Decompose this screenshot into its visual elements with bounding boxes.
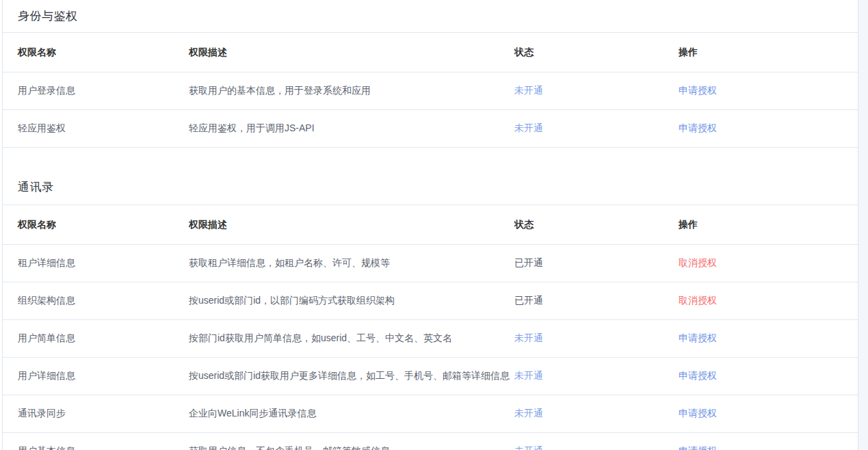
permission-desc-cell: 按userid或部门id，以部门编码方式获取组织架构 (189, 295, 514, 307)
scrollbar-track[interactable] (858, 0, 868, 450)
status-text: 未开通 (514, 408, 543, 419)
table-row: 组织架构信息 按userid或部门id，以部门编码方式获取组织架构 已开通 取消… (3, 282, 858, 320)
column-header-operation: 操作 (679, 219, 858, 231)
permission-section: 通讯录 权限名称 权限描述 状态 操作 租户详细信息 获取租户详细信息，如租户名… (3, 148, 858, 450)
permission-desc-cell: 按userid或部门id获取用户更多详细信息，如工号、手机号、邮箱等详细信息 (189, 370, 514, 382)
table-row: 通讯录同步 企业向WeLink同步通讯录信息 未开通 申请授权 (3, 395, 858, 433)
apply-auth-link[interactable]: 申请授权 (679, 445, 717, 450)
apply-auth-link[interactable]: 申请授权 (679, 122, 717, 133)
table-row: 用户简单信息 按部门id获取用户简单信息，如userid、工号、中文名、英文名 … (3, 320, 858, 358)
permissions-panel: 身份与鉴权 权限名称 权限描述 状态 操作 用户登录信息 获取用户的基本信息，用… (2, 0, 858, 450)
permission-desc-cell: 企业向WeLink同步通讯录信息 (189, 408, 514, 420)
permission-desc-cell: 获取用户信息，不包含手机号、邮箱等敏感信息 (189, 445, 514, 450)
status-text: 已开通 (514, 295, 543, 306)
status-text: 已开通 (514, 257, 543, 268)
status-text: 未开通 (514, 332, 543, 343)
status-text: 未开通 (514, 370, 543, 381)
table-row: 用户基本信息 获取用户信息，不包含手机号、邮箱等敏感信息 未开通 申请授权 (3, 433, 858, 450)
section-title-row: 通讯录 (3, 148, 858, 205)
column-header-status: 状态 (514, 219, 679, 231)
permission-name-cell: 用户详细信息 (3, 370, 189, 382)
permission-name-cell: 组织架构信息 (3, 295, 189, 307)
section-rows: 用户登录信息 获取用户的基本信息，用于登录系统和应用 未开通 申请授权 轻应用鉴… (3, 72, 858, 148)
table-header-row: 权限名称 权限描述 状态 操作 (3, 33, 858, 72)
status-text: 未开通 (514, 445, 543, 450)
permission-name-cell: 用户基本信息 (3, 445, 189, 450)
section-title: 通讯录 (18, 179, 54, 195)
table-row: 用户详细信息 按userid或部门id获取用户更多详细信息，如工号、手机号、邮箱… (3, 358, 858, 395)
apply-auth-link[interactable]: 申请授权 (679, 370, 717, 381)
permission-desc-cell: 轻应用鉴权，用于调用JS-API (189, 122, 514, 135)
column-header-status: 状态 (514, 47, 679, 59)
column-header-permission-description: 权限描述 (189, 219, 514, 231)
apply-auth-link[interactable]: 申请授权 (679, 332, 717, 343)
section-rows: 租户详细信息 获取租户详细信息，如租户名称、许可、规模等 已开通 取消授权 组织… (3, 245, 858, 450)
column-header-operation: 操作 (679, 47, 858, 59)
permissions-page: 身份与鉴权 权限名称 权限描述 状态 操作 用户登录信息 获取用户的基本信息，用… (0, 0, 868, 450)
permission-name-cell: 用户登录信息 (3, 85, 189, 97)
table-row: 租户详细信息 获取租户详细信息，如租户名称、许可、规模等 已开通 取消授权 (3, 245, 858, 282)
permission-name-cell: 轻应用鉴权 (3, 122, 189, 135)
status-text: 未开通 (514, 85, 543, 96)
permission-desc-cell: 获取用户的基本信息，用于登录系统和应用 (189, 85, 514, 97)
table-row: 轻应用鉴权 轻应用鉴权，用于调用JS-API 未开通 申请授权 (3, 110, 858, 148)
table-header-row: 权限名称 权限描述 状态 操作 (3, 205, 858, 245)
permission-desc-cell: 按部门id获取用户简单信息，如userid、工号、中文名、英文名 (189, 332, 514, 345)
column-header-permission-description: 权限描述 (189, 47, 514, 59)
section-title-row: 身份与鉴权 (3, 0, 858, 33)
permission-name-cell: 租户详细信息 (3, 257, 189, 269)
column-header-permission-name: 权限名称 (3, 47, 189, 59)
permission-name-cell: 通讯录同步 (3, 408, 189, 420)
permission-section: 身份与鉴权 权限名称 权限描述 状态 操作 用户登录信息 获取用户的基本信息，用… (3, 0, 858, 148)
apply-auth-link[interactable]: 申请授权 (679, 85, 717, 96)
permission-desc-cell: 获取租户详细信息，如租户名称、许可、规模等 (189, 257, 514, 269)
column-header-permission-name: 权限名称 (3, 219, 189, 231)
cancel-auth-link[interactable]: 取消授权 (679, 257, 717, 268)
table-row: 用户登录信息 获取用户的基本信息，用于登录系统和应用 未开通 申请授权 (3, 72, 858, 110)
status-text: 未开通 (514, 122, 543, 133)
section-title: 身份与鉴权 (18, 8, 78, 24)
cancel-auth-link[interactable]: 取消授权 (679, 295, 717, 306)
permission-name-cell: 用户简单信息 (3, 332, 189, 345)
apply-auth-link[interactable]: 申请授权 (679, 408, 717, 419)
